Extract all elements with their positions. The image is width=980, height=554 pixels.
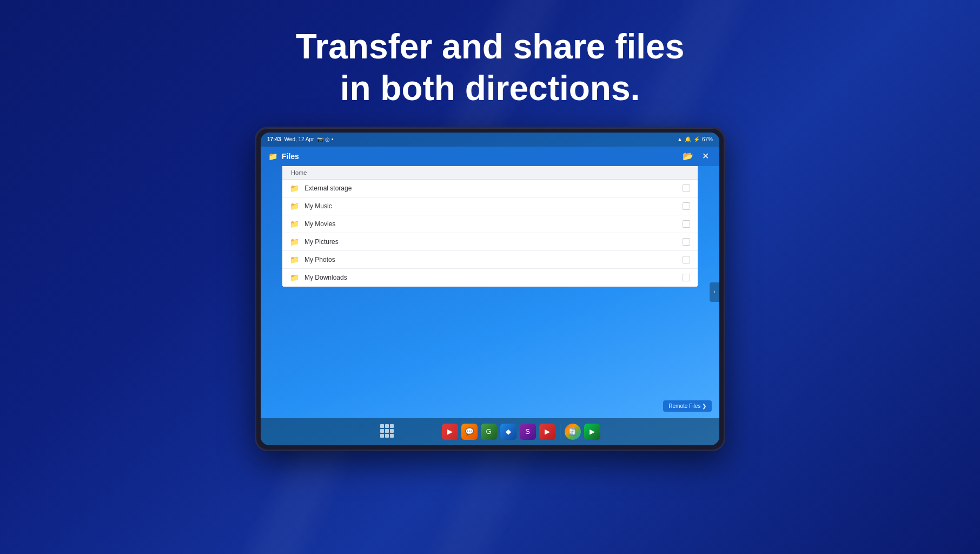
file-item[interactable]: 📁My Movies (282, 215, 698, 233)
files-icon: 📁 (268, 152, 277, 161)
folder-icon: 📁 (290, 273, 299, 282)
app-icon-6[interactable]: ▶ (539, 424, 555, 440)
status-time: 17:43 (267, 136, 281, 142)
app-drawer-button[interactable] (380, 424, 395, 439)
taskbar-apps: ▶ 💬 G ◆ S ▶ (442, 424, 600, 440)
file-item[interactable]: 📁My Pictures (282, 233, 698, 251)
title-bar-title: Files (282, 152, 299, 161)
file-manager: Home 📁External storage📁My Music📁My Movie… (282, 166, 698, 287)
app-icon-7[interactable]: 🔄 (565, 424, 581, 440)
title-bar-actions: 📂 ✕ (681, 150, 712, 163)
file-item-checkbox[interactable] (683, 220, 690, 228)
folder-icon: 📁 (290, 220, 299, 228)
folder-icon: 📁 (290, 202, 299, 210)
status-date: Wed, 12 Apr (284, 136, 314, 142)
file-item-name: My Pictures (304, 238, 683, 246)
headline-line2: in both directions. (296, 68, 685, 109)
file-item-checkbox[interactable] (683, 274, 690, 281)
file-item[interactable]: 📁My Music (282, 197, 698, 215)
file-item-name: My Downloads (304, 274, 683, 281)
breadcrumb: Home (282, 166, 698, 180)
folder-icon-btn[interactable]: 📂 (681, 150, 694, 163)
app-icon-8[interactable]: ▶ (584, 424, 600, 440)
tablet-outer: 17:43 Wed, 12 Apr 📷 ◎ • ▲ 🔔 ⚡ 67% 📁 File… (255, 127, 725, 451)
headline: Transfer and share files in both directi… (296, 26, 685, 109)
status-left: 17:43 Wed, 12 Apr 📷 ◎ • (267, 136, 334, 142)
taskbar-divider (560, 424, 560, 439)
app-icon-1[interactable]: ▶ (442, 424, 458, 440)
folder-icon: 📁 (290, 184, 299, 193)
folder-icon: 📁 (290, 255, 299, 264)
file-item[interactable]: 📁My Photos (282, 251, 698, 269)
file-item-checkbox[interactable] (683, 256, 690, 263)
file-item-name: My Photos (304, 256, 683, 263)
file-item-name: My Movies (304, 220, 683, 228)
file-item[interactable]: 📁My Downloads (282, 269, 698, 287)
app-icon-5[interactable]: S (520, 424, 536, 440)
volume-icon: 🔔 (685, 136, 691, 142)
status-bar: 17:43 Wed, 12 Apr 📷 ◎ • ▲ 🔔 ⚡ 67% (261, 133, 719, 147)
app-icon-2[interactable]: 💬 (461, 424, 478, 440)
title-bar-left: 📁 Files (268, 152, 299, 161)
folder-icon: 📁 (290, 238, 299, 246)
status-right: ▲ 🔔 ⚡ 67% (677, 136, 713, 142)
close-button[interactable]: ✕ (699, 150, 712, 163)
file-item-checkbox[interactable] (683, 184, 690, 192)
file-list: 📁External storage📁My Music📁My Movies📁My … (282, 180, 698, 287)
app-icon-4[interactable]: ◆ (500, 424, 517, 440)
screen-content: Home 📁External storage📁My Music📁My Movie… (261, 166, 719, 418)
title-bar: 📁 Files 📂 ✕ (261, 147, 719, 166)
file-item-name: External storage (304, 184, 683, 192)
file-item-name: My Music (304, 202, 683, 210)
tablet-device: 17:43 Wed, 12 Apr 📷 ◎ • ▲ 🔔 ⚡ 67% 📁 File… (255, 127, 725, 451)
remote-files-button[interactable]: Remote Files ❯ (663, 400, 712, 412)
status-icons: 📷 ◎ • (317, 136, 333, 142)
file-item-checkbox[interactable] (683, 238, 690, 246)
wifi-icon: ▲ (677, 136, 683, 142)
collapse-button[interactable]: ‹ (710, 282, 719, 302)
battery-icon: ⚡ (693, 136, 700, 142)
headline-line1: Transfer and share files (296, 26, 685, 68)
file-item-checkbox[interactable] (683, 202, 690, 210)
taskbar: ▶ 💬 G ◆ S ▶ (261, 418, 719, 445)
battery-pct: 67% (702, 136, 713, 142)
app-icon-3[interactable]: G (481, 424, 497, 440)
file-item[interactable]: 📁External storage (282, 180, 698, 197)
tablet-screen: 17:43 Wed, 12 Apr 📷 ◎ • ▲ 🔔 ⚡ 67% 📁 File… (261, 133, 719, 445)
